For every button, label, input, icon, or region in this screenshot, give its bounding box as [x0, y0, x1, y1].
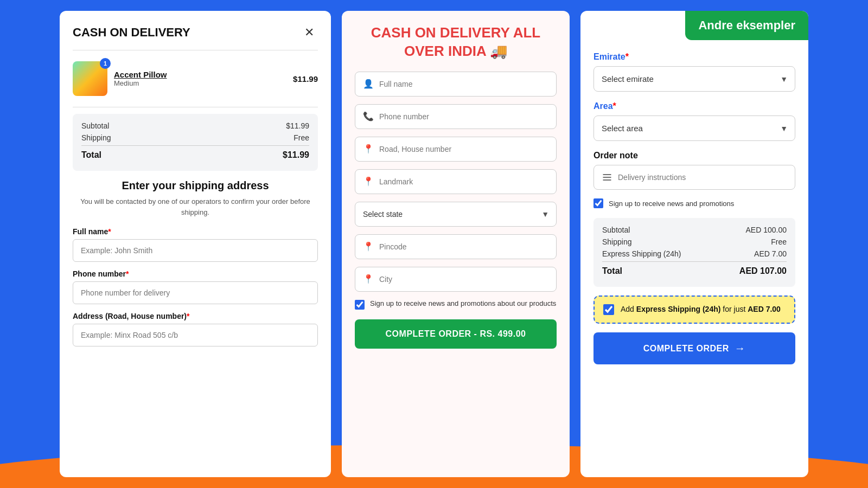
address-required: *: [187, 312, 189, 320]
right-express-row: Express Shipping (24h) AED 7.00: [602, 249, 787, 258]
shipping-value: Free: [293, 133, 309, 142]
pincode-field: 📍: [355, 234, 557, 259]
right-express-label: Express Shipping (24h): [602, 249, 681, 258]
order-summary: Subtotal $11.99 Shipping Free Total $11.…: [73, 114, 318, 171]
area-required: *: [613, 101, 616, 111]
right-signup-checkbox[interactable]: [593, 198, 603, 208]
product-badge: 1: [100, 58, 111, 69]
right-shipping-row: Shipping Free: [602, 237, 787, 246]
shipping-row: Shipping Free: [81, 133, 309, 142]
shipping-subtext: You will be contacted by one of our oper…: [73, 196, 318, 217]
phone-label: Phone number*: [73, 269, 318, 278]
right-complete-label: COMPLETE ORDER: [643, 344, 729, 354]
express-shipping-text: Add Express Shipping (24h) for just AED …: [621, 304, 781, 315]
middle-fullname-input[interactable]: [379, 72, 548, 96]
right-signup-row: Sign up to receive news and promotions: [593, 198, 795, 208]
right-express-value: AED 7.00: [754, 249, 787, 258]
pincode-icon: 📍: [363, 241, 374, 252]
right-total-row: Total AED 107.00: [602, 261, 787, 276]
total-row: Total $11.99: [81, 145, 309, 160]
close-button[interactable]: ✕: [301, 24, 318, 41]
phone-field: 📞: [355, 104, 557, 129]
area-select[interactable]: Select area: [593, 115, 795, 141]
emirate-required: *: [626, 52, 629, 61]
middle-phone-input[interactable]: [379, 105, 548, 129]
middle-pincode-input[interactable]: [379, 235, 548, 259]
phone-input[interactable]: [73, 281, 318, 304]
left-panel-title: CASH ON DELIVERY: [73, 25, 190, 40]
address-input[interactable]: [73, 324, 318, 346]
middle-road-input[interactable]: [379, 137, 548, 161]
product-image: 1: [73, 61, 107, 96]
middle-signup-label: Sign up to receive news and promotions a…: [370, 299, 556, 307]
right-subtotal-label: Subtotal: [602, 226, 630, 234]
middle-signup-checkbox[interactable]: [355, 300, 365, 310]
right-order-summary: Subtotal AED 100.00 Shipping Free Expres…: [593, 218, 795, 287]
andre-banner: Andre eksempler: [685, 11, 808, 40]
emirate-select[interactable]: Select emirate: [593, 66, 795, 92]
right-complete-button[interactable]: COMPLETE ORDER →: [593, 332, 795, 364]
emirate-label: Emirate*: [593, 52, 795, 62]
lines-icon: [602, 172, 612, 183]
middle-signup-row: Sign up to receive news and promotions a…: [355, 299, 557, 310]
phone-required: *: [126, 269, 129, 278]
total-label: Total: [81, 150, 101, 160]
road-field: 📍: [355, 137, 557, 162]
fullname-field: 👤: [355, 72, 557, 97]
delivery-instructions-input[interactable]: [618, 165, 787, 189]
order-note-label: Order note: [593, 151, 795, 160]
person-icon: 👤: [363, 79, 374, 89]
right-total-label: Total: [602, 266, 622, 276]
middle-complete-button[interactable]: COMPLETE ORDER - Rs. 499.00: [355, 319, 557, 349]
right-panel: Andre eksempler Emirate* Select emirate …: [580, 11, 808, 477]
city-field: 📍: [355, 267, 557, 292]
subtotal-label: Subtotal: [81, 121, 109, 130]
fullname-required: *: [108, 227, 111, 236]
area-label: Area*: [593, 101, 795, 111]
phone-icon: 📞: [363, 111, 374, 122]
product-info: Accent Pillow Medium: [114, 70, 286, 87]
fullname-input[interactable]: [73, 239, 318, 262]
left-panel: CASH ON DELIVERY ✕ 1 Accent Pillow Mediu…: [60, 11, 331, 477]
right-signup-label: Sign up to receive news and promotions: [609, 200, 734, 208]
middle-landmark-input[interactable]: [379, 170, 548, 194]
express-shipping-box: Add Express Shipping (24h) for just AED …: [593, 296, 795, 324]
right-shipping-label: Shipping: [602, 237, 632, 246]
middle-panel: CASH ON DELIVERY ALL OVER INDIA 🚚 👤 📞 📍 …: [342, 11, 570, 477]
middle-header: CASH ON DELIVERY ALL OVER INDIA 🚚: [355, 24, 557, 61]
product-row: 1 Accent Pillow Medium $11.99: [73, 57, 318, 100]
middle-city-input[interactable]: [379, 267, 548, 291]
right-shipping-value: Free: [771, 237, 787, 246]
state-select-wrapper: Select state ▼: [355, 202, 557, 227]
delivery-instructions-field: [593, 165, 795, 190]
fullname-label: Full name*: [73, 227, 318, 236]
emirate-select-wrapper: Select emirate ▼: [593, 66, 795, 92]
subtotal-value: $11.99: [286, 121, 309, 130]
left-panel-header: CASH ON DELIVERY ✕: [73, 24, 318, 41]
product-price: $11.99: [293, 74, 318, 84]
express-shipping-checkbox[interactable]: [603, 304, 614, 315]
shipping-heading: Enter your shipping address: [73, 179, 318, 192]
right-subtotal-value: AED 100.00: [746, 226, 787, 234]
address-label: Address (Road, House number)*: [73, 312, 318, 320]
landmark-icon: 📍: [363, 176, 374, 187]
right-subtotal-row: Subtotal AED 100.00: [602, 226, 787, 234]
area-select-wrapper: Select area ▼: [593, 115, 795, 141]
city-icon: 📍: [363, 274, 374, 285]
product-name: Accent Pillow: [114, 70, 286, 79]
arrow-right-icon: →: [735, 342, 746, 355]
total-value: $11.99: [283, 150, 309, 160]
state-select[interactable]: Select state: [355, 202, 557, 227]
shipping-label: Shipping: [81, 133, 111, 142]
right-total-value: AED 107.00: [739, 266, 787, 276]
product-variant: Medium: [114, 79, 286, 87]
subtotal-row: Subtotal $11.99: [81, 121, 309, 130]
landmark-field: 📍: [355, 169, 557, 194]
location-icon: 📍: [363, 144, 374, 155]
